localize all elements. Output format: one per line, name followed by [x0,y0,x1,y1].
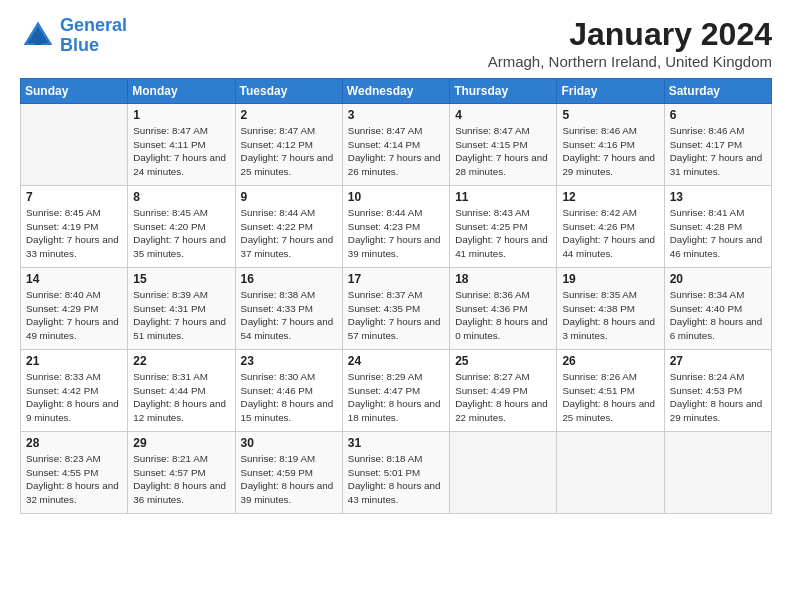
day-number: 21 [26,354,122,368]
day-detail: Sunrise: 8:19 AMSunset: 4:59 PMDaylight:… [241,452,337,507]
day-cell: 13 Sunrise: 8:41 AMSunset: 4:28 PMDaylig… [664,186,771,268]
col-wednesday: Wednesday [342,79,449,104]
day-detail: Sunrise: 8:47 AMSunset: 4:12 PMDaylight:… [241,124,337,179]
day-detail: Sunrise: 8:44 AMSunset: 4:23 PMDaylight:… [348,206,444,261]
day-detail: Sunrise: 8:46 AMSunset: 4:17 PMDaylight:… [670,124,766,179]
svg-rect-2 [34,38,41,45]
day-number: 20 [670,272,766,286]
day-number: 16 [241,272,337,286]
day-detail: Sunrise: 8:45 AMSunset: 4:20 PMDaylight:… [133,206,229,261]
page: General Blue January 2024 Armagh, Northe… [0,0,792,612]
day-cell: 29 Sunrise: 8:21 AMSunset: 4:57 PMDaylig… [128,432,235,514]
day-number: 11 [455,190,551,204]
day-cell: 8 Sunrise: 8:45 AMSunset: 4:20 PMDayligh… [128,186,235,268]
day-number: 24 [348,354,444,368]
logo: General Blue [20,16,127,56]
day-detail: Sunrise: 8:45 AMSunset: 4:19 PMDaylight:… [26,206,122,261]
day-cell: 19 Sunrise: 8:35 AMSunset: 4:38 PMDaylig… [557,268,664,350]
col-tuesday: Tuesday [235,79,342,104]
day-cell: 11 Sunrise: 8:43 AMSunset: 4:25 PMDaylig… [450,186,557,268]
day-cell: 17 Sunrise: 8:37 AMSunset: 4:35 PMDaylig… [342,268,449,350]
day-cell: 6 Sunrise: 8:46 AMSunset: 4:17 PMDayligh… [664,104,771,186]
day-number: 30 [241,436,337,450]
header: General Blue January 2024 Armagh, Northe… [20,16,772,70]
col-friday: Friday [557,79,664,104]
day-detail: Sunrise: 8:31 AMSunset: 4:44 PMDaylight:… [133,370,229,425]
week-row-5: 28 Sunrise: 8:23 AMSunset: 4:55 PMDaylig… [21,432,772,514]
day-detail: Sunrise: 8:47 AMSunset: 4:14 PMDaylight:… [348,124,444,179]
day-number: 8 [133,190,229,204]
day-number: 1 [133,108,229,122]
day-number: 28 [26,436,122,450]
col-saturday: Saturday [664,79,771,104]
logo-line1: General [60,15,127,35]
day-cell: 14 Sunrise: 8:40 AMSunset: 4:29 PMDaylig… [21,268,128,350]
calendar-title: January 2024 [488,16,772,53]
day-cell: 28 Sunrise: 8:23 AMSunset: 4:55 PMDaylig… [21,432,128,514]
day-cell: 18 Sunrise: 8:36 AMSunset: 4:36 PMDaylig… [450,268,557,350]
day-cell: 5 Sunrise: 8:46 AMSunset: 4:16 PMDayligh… [557,104,664,186]
day-detail: Sunrise: 8:33 AMSunset: 4:42 PMDaylight:… [26,370,122,425]
week-row-1: 1 Sunrise: 8:47 AMSunset: 4:11 PMDayligh… [21,104,772,186]
col-thursday: Thursday [450,79,557,104]
day-detail: Sunrise: 8:39 AMSunset: 4:31 PMDaylight:… [133,288,229,343]
day-number: 15 [133,272,229,286]
calendar-table: Sunday Monday Tuesday Wednesday Thursday… [20,78,772,514]
day-number: 12 [562,190,658,204]
day-cell: 21 Sunrise: 8:33 AMSunset: 4:42 PMDaylig… [21,350,128,432]
day-number: 19 [562,272,658,286]
title-block: January 2024 Armagh, Northern Ireland, U… [488,16,772,70]
day-cell: 9 Sunrise: 8:44 AMSunset: 4:22 PMDayligh… [235,186,342,268]
day-cell: 12 Sunrise: 8:42 AMSunset: 4:26 PMDaylig… [557,186,664,268]
col-monday: Monday [128,79,235,104]
calendar-subtitle: Armagh, Northern Ireland, United Kingdom [488,53,772,70]
day-cell: 15 Sunrise: 8:39 AMSunset: 4:31 PMDaylig… [128,268,235,350]
day-detail: Sunrise: 8:44 AMSunset: 4:22 PMDaylight:… [241,206,337,261]
day-cell [450,432,557,514]
day-detail: Sunrise: 8:27 AMSunset: 4:49 PMDaylight:… [455,370,551,425]
day-detail: Sunrise: 8:29 AMSunset: 4:47 PMDaylight:… [348,370,444,425]
day-detail: Sunrise: 8:43 AMSunset: 4:25 PMDaylight:… [455,206,551,261]
day-number: 31 [348,436,444,450]
day-cell: 1 Sunrise: 8:47 AMSunset: 4:11 PMDayligh… [128,104,235,186]
day-detail: Sunrise: 8:46 AMSunset: 4:16 PMDaylight:… [562,124,658,179]
week-row-3: 14 Sunrise: 8:40 AMSunset: 4:29 PMDaylig… [21,268,772,350]
day-cell [21,104,128,186]
day-cell [557,432,664,514]
day-detail: Sunrise: 8:21 AMSunset: 4:57 PMDaylight:… [133,452,229,507]
week-row-4: 21 Sunrise: 8:33 AMSunset: 4:42 PMDaylig… [21,350,772,432]
day-cell: 26 Sunrise: 8:26 AMSunset: 4:51 PMDaylig… [557,350,664,432]
day-detail: Sunrise: 8:35 AMSunset: 4:38 PMDaylight:… [562,288,658,343]
day-number: 26 [562,354,658,368]
col-sunday: Sunday [21,79,128,104]
logo-text: General Blue [60,16,127,56]
day-number: 10 [348,190,444,204]
day-cell: 20 Sunrise: 8:34 AMSunset: 4:40 PMDaylig… [664,268,771,350]
day-detail: Sunrise: 8:24 AMSunset: 4:53 PMDaylight:… [670,370,766,425]
day-number: 27 [670,354,766,368]
day-number: 17 [348,272,444,286]
header-row: Sunday Monday Tuesday Wednesday Thursday… [21,79,772,104]
day-detail: Sunrise: 8:47 AMSunset: 4:11 PMDaylight:… [133,124,229,179]
day-cell: 7 Sunrise: 8:45 AMSunset: 4:19 PMDayligh… [21,186,128,268]
logo-line2: Blue [60,35,99,55]
day-detail: Sunrise: 8:47 AMSunset: 4:15 PMDaylight:… [455,124,551,179]
day-cell: 25 Sunrise: 8:27 AMSunset: 4:49 PMDaylig… [450,350,557,432]
day-detail: Sunrise: 8:34 AMSunset: 4:40 PMDaylight:… [670,288,766,343]
day-cell: 30 Sunrise: 8:19 AMSunset: 4:59 PMDaylig… [235,432,342,514]
day-detail: Sunrise: 8:38 AMSunset: 4:33 PMDaylight:… [241,288,337,343]
day-number: 23 [241,354,337,368]
day-detail: Sunrise: 8:37 AMSunset: 4:35 PMDaylight:… [348,288,444,343]
day-detail: Sunrise: 8:42 AMSunset: 4:26 PMDaylight:… [562,206,658,261]
day-cell: 22 Sunrise: 8:31 AMSunset: 4:44 PMDaylig… [128,350,235,432]
day-detail: Sunrise: 8:23 AMSunset: 4:55 PMDaylight:… [26,452,122,507]
day-number: 29 [133,436,229,450]
day-cell: 4 Sunrise: 8:47 AMSunset: 4:15 PMDayligh… [450,104,557,186]
day-number: 18 [455,272,551,286]
day-cell: 2 Sunrise: 8:47 AMSunset: 4:12 PMDayligh… [235,104,342,186]
day-number: 9 [241,190,337,204]
day-cell [664,432,771,514]
day-number: 4 [455,108,551,122]
logo-icon [20,18,56,54]
day-cell: 10 Sunrise: 8:44 AMSunset: 4:23 PMDaylig… [342,186,449,268]
